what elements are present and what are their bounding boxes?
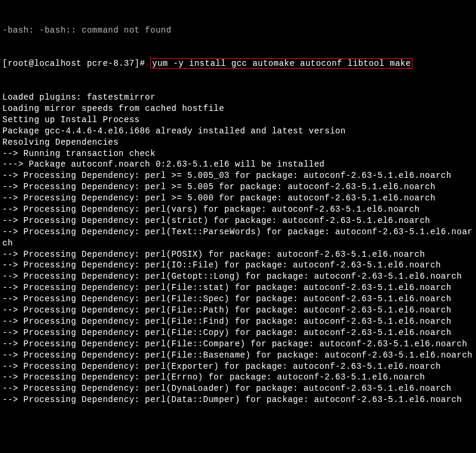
- output-line: --> Processing Dependency: perl(IO::File…: [2, 260, 474, 271]
- terminal-window[interactable]: -bash: -bash:: command not found [root@l…: [2, 2, 474, 417]
- output-line: Setting up Install Process: [2, 114, 474, 126]
- output-line: --> Processing Dependency: perl(POSIX) f…: [2, 249, 474, 260]
- command-text: yum -y install gcc automake autoconf lib…: [152, 59, 411, 68]
- output-line: Package gcc-4.4.6-4.el6.i686 already ins…: [2, 126, 474, 137]
- output-line: --> Processing Dependency: perl(File::Co…: [2, 327, 474, 339]
- output-line: --> Processing Dependency: perl >= 5.000…: [2, 193, 474, 204]
- output-line: ---> Package autoconf.noarch 0:2.63-5.1.…: [2, 159, 474, 170]
- output-line: --> Processing Dependency: perl(File::Sp…: [2, 294, 474, 305]
- output-line: Resolving Dependencies: [2, 137, 474, 148]
- prompt-line: [root@localhost pcre-8.37]# yum -y insta…: [2, 58, 474, 69]
- output-line: --> Processing Dependency: perl(File::Ba…: [2, 350, 474, 361]
- shell-prompt: [root@localhost pcre-8.37]#: [2, 59, 150, 68]
- output-line: --> Processing Dependency: perl(File::Fi…: [2, 316, 474, 327]
- output-line: --> Processing Dependency: perl(vars) fo…: [2, 204, 474, 215]
- output-line: --> Processing Dependency: perl >= 5.005…: [2, 170, 474, 181]
- output-line: --> Running transaction check: [2, 148, 474, 159]
- command-highlight: yum -y install gcc automake autoconf lib…: [150, 58, 412, 69]
- output-line: --> Processing Dependency: perl(Data::Du…: [2, 394, 474, 406]
- output-line: Loaded plugins: fastestmirror: [2, 92, 474, 103]
- output-line: --> Processing Dependency: perl(Exporter…: [2, 361, 474, 372]
- output-line: --> Processing Dependency: perl(File::Pa…: [2, 305, 474, 316]
- output-line: --> Processing Dependency: perl(Text::Pa…: [2, 226, 474, 249]
- output-line: --> Processing Dependency: perl(Errno) f…: [2, 372, 474, 383]
- truncated-line: -bash: -bash:: command not found: [2, 25, 474, 36]
- output-line: --> Processing Dependency: perl(DynaLoad…: [2, 383, 474, 394]
- output-line: --> Processing Dependency: perl(File::Co…: [2, 339, 474, 350]
- output-line: --> Processing Dependency: perl(Getopt::…: [2, 271, 474, 282]
- output-line: --> Processing Dependency: perl(strict) …: [2, 215, 474, 226]
- output-line: --> Processing Dependency: perl >= 5.005…: [2, 181, 474, 193]
- terminal-output: Loaded plugins: fastestmirrorLoading mir…: [2, 92, 474, 406]
- output-line: Loading mirror speeds from cached hostfi…: [2, 103, 474, 114]
- output-line: --> Processing Dependency: perl(File::st…: [2, 282, 474, 294]
